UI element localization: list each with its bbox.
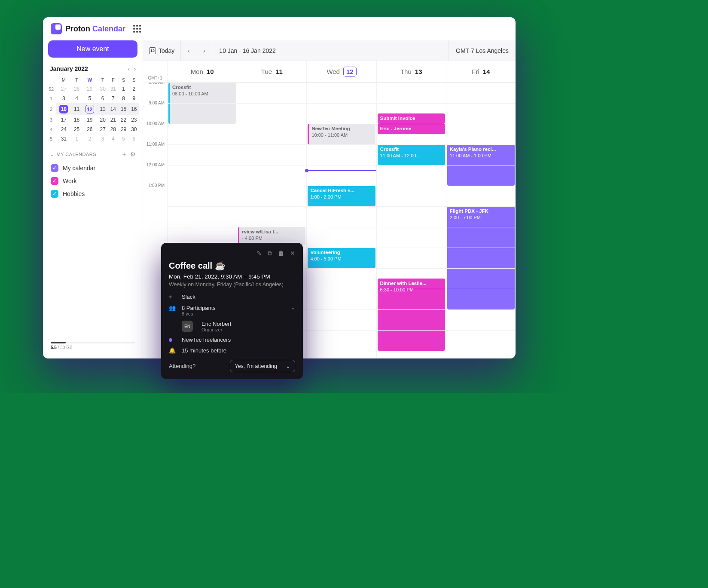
day-header-cell[interactable]: Mon10 xyxy=(167,61,237,82)
settings-icon[interactable]: ⚙ xyxy=(130,151,136,158)
mini-next-icon[interactable]: › xyxy=(134,66,136,72)
mini-day[interactable]: 29 xyxy=(118,125,128,134)
checkbox-icon[interactable]: ✓ xyxy=(51,164,58,172)
calendar-event[interactable]: Volunteering4:00 - 5:00 PM xyxy=(308,248,375,268)
time-label: 1:00 PM xyxy=(143,183,167,204)
date-range[interactable]: 10 Jan - 16 Jan 2022 xyxy=(212,47,449,54)
mini-day[interactable]: 28 xyxy=(72,84,82,94)
mini-day[interactable]: 2 xyxy=(129,84,139,94)
app-switcher-icon[interactable] xyxy=(133,25,141,33)
checkbox-icon[interactable]: ✓ xyxy=(51,190,58,198)
mini-day[interactable]: 3 xyxy=(98,134,108,144)
calendar-item[interactable]: ✓Work xyxy=(46,175,139,187)
prev-week-icon[interactable]: ‹ xyxy=(181,47,196,54)
mini-day[interactable]: 31 xyxy=(108,84,118,94)
mini-day[interactable]: 13 xyxy=(98,103,108,115)
mini-day[interactable]: 27 xyxy=(56,84,71,94)
mini-day[interactable]: 19 xyxy=(82,115,98,125)
calendar-event[interactable]: Dinner with Leslie...6:30 - 10:00 PM xyxy=(378,279,445,351)
mini-calendar[interactable]: MTWTFSS522728293031121345678921011121314… xyxy=(46,76,139,144)
add-calendar-icon[interactable]: ＋ xyxy=(121,150,128,158)
day-header-cell[interactable]: Wed12 xyxy=(306,61,376,82)
mini-day[interactable]: 8 xyxy=(118,94,128,103)
chevron-down-icon[interactable]: ⌄ xyxy=(291,305,295,311)
mini-day[interactable]: 1 xyxy=(118,84,128,94)
organizer-role: Organizer xyxy=(201,327,295,332)
day-header-cell[interactable]: Fri14 xyxy=(446,61,516,82)
checkbox-icon[interactable]: ✓ xyxy=(51,177,58,185)
day-header-cell[interactable]: Thu13 xyxy=(376,61,446,82)
day-header-cell[interactable]: Tue11 xyxy=(237,61,306,82)
mini-day[interactable]: 24 xyxy=(56,125,71,134)
mini-day[interactable]: 18 xyxy=(72,115,82,125)
logo[interactable]: Proton Calendar xyxy=(51,23,125,34)
mini-day[interactable]: 15 xyxy=(118,103,128,115)
mini-day[interactable]: 16 xyxy=(129,103,139,115)
organizer-name: Eric Norbert xyxy=(201,321,295,327)
delete-icon[interactable]: 🗑 xyxy=(278,250,284,257)
calendar-event[interactable]: Crossfit11:00 AM - 12:00... xyxy=(378,144,445,165)
mini-day[interactable]: 12 xyxy=(82,103,98,115)
mini-day[interactable]: 29 xyxy=(82,84,98,94)
mini-day[interactable]: 5 xyxy=(82,94,98,103)
calendar-event[interactable]: Submit invoice xyxy=(378,113,445,124)
mini-day[interactable]: 2 xyxy=(82,134,98,144)
attending-label: Attending? xyxy=(169,363,195,369)
mini-day[interactable]: 30 xyxy=(129,125,139,134)
chevron-down-icon[interactable]: ⌄ xyxy=(50,152,54,157)
avatar: EN xyxy=(182,321,193,332)
time-label: 8:00 AM xyxy=(143,83,167,101)
mini-day[interactable]: 31 xyxy=(56,134,71,144)
mini-day[interactable]: 17 xyxy=(56,115,71,125)
mini-day[interactable]: 14 xyxy=(108,103,118,115)
mini-day[interactable]: 7 xyxy=(108,94,118,103)
calendar-item[interactable]: ✓My calendar xyxy=(46,162,139,175)
timezone-selector[interactable]: GMT-7 Los Angeles xyxy=(449,40,516,61)
calendar-item[interactable]: ✓Hobbies xyxy=(46,187,139,200)
event-popover: ✎ ⧉ 🗑 ✕ Coffee call ☕ Mon, Feb 21, 2022,… xyxy=(161,243,303,379)
mini-day[interactable]: 6 xyxy=(129,134,139,144)
mini-day[interactable]: 10 xyxy=(56,103,71,115)
mini-day[interactable]: 3 xyxy=(56,94,71,103)
bell-icon: 🔔 xyxy=(169,347,177,354)
calendar-event[interactable]: Eric - Jerome xyxy=(378,124,445,134)
mini-day[interactable]: 11 xyxy=(72,103,82,115)
mini-day[interactable]: 25 xyxy=(72,125,82,134)
time-label xyxy=(143,204,167,224)
calendar-event[interactable]: NewTec Meeting10:00 - 11:00 AM xyxy=(308,124,375,144)
calendar-event[interactable]: Flight PDX - JFK2:00 - 7:00 PM xyxy=(447,206,515,309)
time-label: 12:00 AM xyxy=(143,162,167,183)
mini-day[interactable]: 5 xyxy=(118,134,128,144)
day-header: GMT+1 Mon10Tue11Wed12Thu13Fri14 xyxy=(143,61,516,83)
new-event-button[interactable]: New event xyxy=(48,40,137,58)
time-label: 10:00 AM xyxy=(143,121,167,142)
mini-day[interactable]: 4 xyxy=(108,134,118,144)
participants-count: 8 Participants xyxy=(182,305,286,311)
mini-day[interactable]: 4 xyxy=(72,94,82,103)
next-week-icon[interactable]: › xyxy=(196,47,212,54)
duplicate-icon[interactable]: ⧉ xyxy=(268,250,272,257)
event-recurrence: Weekly on Monday, Friday (Pacific/Los An… xyxy=(169,282,295,288)
time-label xyxy=(143,224,167,245)
attending-select[interactable]: Yes, I'm attending ⌄ xyxy=(230,360,295,372)
mini-day[interactable]: 21 xyxy=(108,115,118,125)
chevron-down-icon: ⌄ xyxy=(286,363,290,369)
calendar-event[interactable]: rview w/Lisa f...- 4:00 PM xyxy=(238,227,305,245)
participants-status: 8 yes xyxy=(182,311,286,316)
edit-icon[interactable]: ✎ xyxy=(256,250,262,257)
calendar-event[interactable]: Cancel HiFresh s...1:00 - 2:00 PM xyxy=(308,186,375,206)
mini-day[interactable]: 6 xyxy=(98,94,108,103)
mini-day[interactable]: 26 xyxy=(82,125,98,134)
today-button[interactable]: 12 Today xyxy=(143,40,181,61)
mini-day[interactable]: 9 xyxy=(129,94,139,103)
mini-day[interactable]: 27 xyxy=(98,125,108,134)
mini-day[interactable]: 20 xyxy=(98,115,108,125)
mini-prev-icon[interactable]: ‹ xyxy=(128,66,129,72)
mini-day[interactable]: 23 xyxy=(129,115,139,125)
event-reminder: 15 minutes before xyxy=(182,347,295,354)
mini-day[interactable]: 1 xyxy=(72,134,82,144)
mini-day[interactable]: 30 xyxy=(98,84,108,94)
close-icon[interactable]: ✕ xyxy=(290,250,295,257)
mini-day[interactable]: 28 xyxy=(108,125,118,134)
mini-day[interactable]: 22 xyxy=(118,115,128,125)
